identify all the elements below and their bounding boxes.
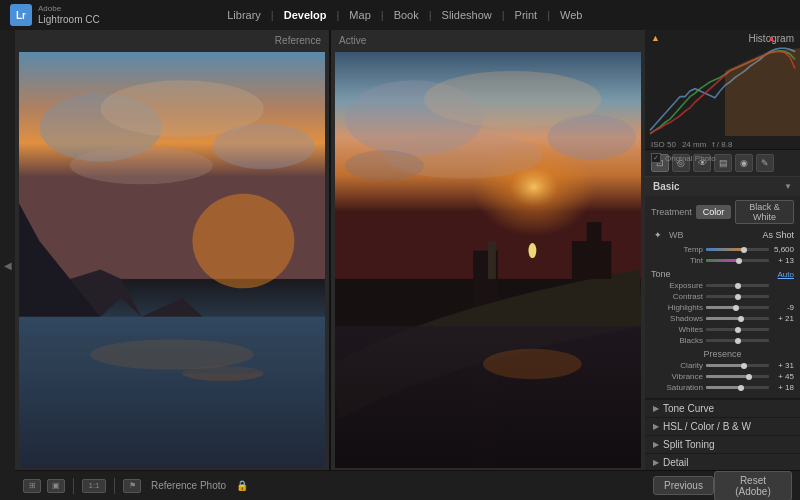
clarity-value: + 31 <box>772 361 794 370</box>
saturation-label: Saturation <box>651 383 703 392</box>
tone-curve-collapse-icon: ▶ <box>653 404 659 413</box>
vibrance-label: Vibrance <box>651 372 703 381</box>
temp-slider-row: Temp 5,600 <box>651 245 794 254</box>
original-photo-checkbox[interactable]: ✓ <box>651 153 661 163</box>
center-area: Reference <box>15 30 645 500</box>
nav-develop[interactable]: Develop <box>274 5 337 25</box>
vibrance-slider-row: Vibrance + 45 <box>651 372 794 381</box>
reference-photo-label: Reference Photo <box>151 480 226 491</box>
blacks-slider-row: Blacks <box>651 336 794 345</box>
split-toning-collapse-icon: ▶ <box>653 440 659 449</box>
saturation-slider[interactable] <box>706 386 769 389</box>
active-pane: Active <box>331 30 645 470</box>
color-treatment-btn[interactable]: Color <box>696 205 732 219</box>
reference-photo-overlay <box>19 52 325 468</box>
svg-point-19 <box>345 150 424 180</box>
svg-rect-24 <box>335 326 641 468</box>
shadows-value: + 21 <box>772 314 794 323</box>
svg-point-5 <box>192 194 294 289</box>
active-header: Active <box>331 30 645 50</box>
shadows-label: Shadows <box>651 314 703 323</box>
reference-pane: Reference <box>15 30 329 470</box>
tone-curve-section[interactable]: ▶ Tone Curve <box>645 399 800 417</box>
highlights-value: -9 <box>772 303 794 312</box>
histogram-info: ISO 50 24 mm f / 8.8 <box>645 138 800 151</box>
exposure-slider[interactable] <box>706 284 769 287</box>
grid-view-icon[interactable]: ⊞ <box>23 479 41 493</box>
bw-treatment-btn[interactable]: Black & White <box>735 200 794 224</box>
photos-container: Reference <box>15 30 645 470</box>
previous-button[interactable]: Previous <box>653 476 714 495</box>
detail-section[interactable]: ▶ Detail <box>645 453 800 470</box>
temp-slider[interactable] <box>706 248 769 251</box>
split-toning-section[interactable]: ▶ Split Toning <box>645 435 800 453</box>
main-layout: ◀ Reference <box>0 30 800 500</box>
left-panel-toggle[interactable]: ◀ <box>0 30 15 500</box>
highlights-slider[interactable] <box>706 306 769 309</box>
clipping-warning-icon: ▲ <box>767 33 776 43</box>
clarity-slider-row: Clarity + 31 <box>651 361 794 370</box>
temp-label: Temp <box>651 245 703 254</box>
contrast-slider[interactable] <box>706 295 769 298</box>
flag-icon[interactable]: ⚑ <box>123 479 141 493</box>
detail-collapse-icon: ▶ <box>653 458 659 467</box>
compare-view-icon[interactable]: ▣ <box>47 479 65 493</box>
whites-slider-row: Whites <box>651 325 794 334</box>
panels-area: Basic ▼ Treatment Color Black & White ✦ … <box>645 177 800 470</box>
reference-photo <box>19 52 325 468</box>
svg-rect-26 <box>572 241 611 279</box>
hsl-section[interactable]: ▶ HSL / Color / B & W <box>645 417 800 435</box>
svg-rect-12 <box>19 336 325 374</box>
photo-info-row: ✓ Original Photo <box>645 151 800 165</box>
basic-panel-header[interactable]: Basic ▼ <box>645 177 800 196</box>
wb-row: ✦ WB As Shot <box>651 228 794 242</box>
right-bottom-bar: Previous Reset (Adobe) <box>645 470 800 500</box>
hsl-collapse-icon: ▶ <box>653 422 659 431</box>
treatment-label: Treatment <box>651 207 692 217</box>
clarity-label: Clarity <box>651 361 703 370</box>
temp-value: 5,600 <box>772 245 794 254</box>
nav-map[interactable]: Map <box>339 5 380 25</box>
saturation-value: + 18 <box>772 383 794 392</box>
basic-panel-collapse-icon: ▼ <box>784 182 792 191</box>
eyedropper-icon[interactable]: ✦ <box>651 228 665 242</box>
basic-panel: Basic ▼ Treatment Color Black & White ✦ … <box>645 177 800 399</box>
tint-slider[interactable] <box>706 259 769 262</box>
whites-slider[interactable] <box>706 328 769 331</box>
nav-slideshow[interactable]: Slideshow <box>432 5 502 25</box>
zoom-icon[interactable]: 1:1 <box>82 479 106 493</box>
nav-book[interactable]: Book <box>384 5 429 25</box>
hsl-label: HSL / Color / B & W <box>663 421 751 432</box>
overexposure-warning-icon: ▲ <box>651 33 660 43</box>
vibrance-slider[interactable] <box>706 375 769 378</box>
treatment-row: Treatment Color Black & White <box>651 200 794 224</box>
histogram-section: Histogram ▲ ▲ ISO 50 24 mm f / 8.8 <box>645 30 800 150</box>
clarity-slider[interactable] <box>706 364 769 367</box>
tint-value: + 13 <box>772 256 794 265</box>
svg-rect-27 <box>587 222 602 245</box>
reference-header: Reference <box>15 30 329 50</box>
svg-point-3 <box>213 124 315 169</box>
nav-print[interactable]: Print <box>505 5 548 25</box>
detail-label: Detail <box>663 457 689 468</box>
lock-icon: 🔒 <box>236 480 248 491</box>
reset-button[interactable]: Reset (Adobe) <box>714 471 792 501</box>
left-arrow-icon: ◀ <box>4 260 12 271</box>
nav-library[interactable]: Library <box>217 5 271 25</box>
contrast-label: Contrast <box>651 292 703 301</box>
top-bar: Lr Adobe Lightroom CC Library | Develop … <box>0 0 800 30</box>
contrast-slider-row: Contrast <box>651 292 794 301</box>
saturation-slider-row: Saturation + 18 <box>651 383 794 392</box>
tint-label: Tint <box>651 256 703 265</box>
app-title: Adobe Lightroom CC <box>38 5 100 25</box>
right-panel: Histogram ▲ ▲ ISO 50 24 mm f / 8.8 <box>645 30 800 500</box>
separator2 <box>114 478 115 494</box>
exposure-label: Exposure <box>651 281 703 290</box>
nav-web[interactable]: Web <box>550 5 592 25</box>
auto-tone-btn[interactable]: Auto <box>778 270 794 279</box>
svg-rect-23 <box>488 241 496 279</box>
blacks-slider[interactable] <box>706 339 769 342</box>
svg-point-25 <box>483 349 582 379</box>
shadows-slider[interactable] <box>706 317 769 320</box>
tone-section-header: Tone Auto <box>651 269 794 279</box>
